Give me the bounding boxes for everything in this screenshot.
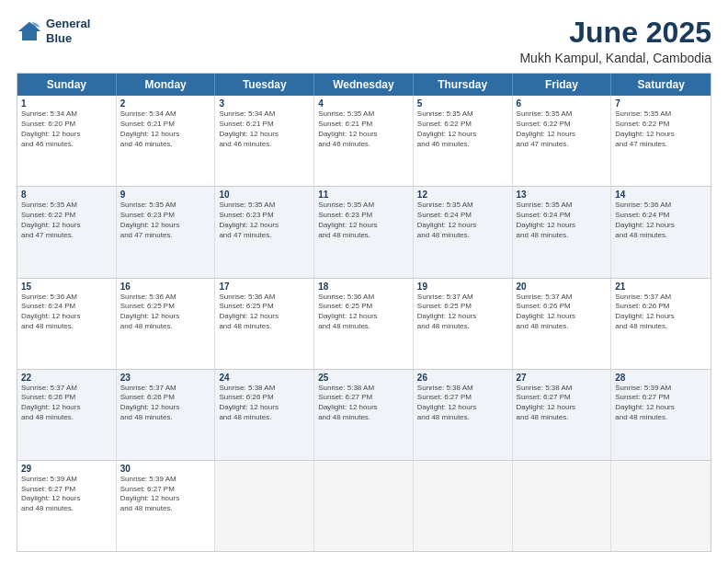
header-day-thursday: Thursday: [414, 74, 513, 96]
day-info: Sunrise: 5:38 AM Sunset: 6:27 PM Dayligh…: [417, 384, 508, 423]
cal-cell-5: 5Sunrise: 5:35 AM Sunset: 6:22 PM Daylig…: [414, 96, 513, 186]
calendar: SundayMondayTuesdayWednesdayThursdayFrid…: [17, 73, 711, 552]
title-block: June 2025 Mukh Kampul, Kandal, Cambodia: [519, 17, 711, 65]
day-info: Sunrise: 5:35 AM Sunset: 6:21 PM Dayligh…: [318, 109, 409, 149]
day-info: Sunrise: 5:37 AM Sunset: 6:26 PM Dayligh…: [615, 293, 707, 332]
page: General Blue June 2025 Mukh Kampul, Kand…: [0, 0, 728, 563]
day-info: Sunrise: 5:38 AM Sunset: 6:27 PM Dayligh…: [318, 384, 409, 423]
cal-cell-13: 13Sunrise: 5:35 AM Sunset: 6:24 PM Dayli…: [513, 187, 612, 277]
logo-line1: General: [46, 17, 90, 30]
cal-cell-11: 11Sunrise: 5:35 AM Sunset: 6:23 PM Dayli…: [314, 187, 414, 277]
logo-line2: Blue: [46, 31, 72, 45]
day-number: 15: [21, 282, 112, 292]
day-number: 7: [615, 98, 707, 109]
day-info: Sunrise: 5:35 AM Sunset: 6:24 PM Dayligh…: [417, 201, 508, 240]
day-number: 14: [615, 190, 707, 200]
day-number: 6: [517, 98, 608, 109]
day-number: 30: [120, 464, 211, 474]
day-number: 9: [120, 190, 211, 200]
logo: General Blue: [17, 17, 90, 45]
day-number: 1: [21, 98, 112, 109]
cal-cell-7: 7Sunrise: 5:35 AM Sunset: 6:22 PM Daylig…: [611, 96, 711, 186]
cal-cell-26: 26Sunrise: 5:38 AM Sunset: 6:27 PM Dayli…: [414, 370, 513, 460]
day-info: Sunrise: 5:35 AM Sunset: 6:23 PM Dayligh…: [120, 201, 211, 240]
day-number: 20: [517, 282, 608, 292]
cal-row-3: 22Sunrise: 5:37 AM Sunset: 6:26 PM Dayli…: [17, 370, 711, 461]
day-number: 16: [120, 282, 211, 292]
cal-row-1: 8Sunrise: 5:35 AM Sunset: 6:22 PM Daylig…: [17, 187, 711, 278]
day-number: 28: [615, 373, 707, 383]
day-number: 29: [21, 464, 112, 474]
main-title: June 2025: [519, 17, 711, 49]
day-info: Sunrise: 5:38 AM Sunset: 6:26 PM Dayligh…: [219, 384, 310, 423]
day-number: 26: [417, 373, 508, 383]
day-number: 11: [318, 190, 409, 200]
day-number: 17: [219, 282, 310, 292]
cal-cell-empty: [314, 461, 414, 551]
cal-cell-15: 15Sunrise: 5:36 AM Sunset: 6:24 PM Dayli…: [17, 279, 117, 369]
cal-cell-empty: [215, 461, 314, 551]
cal-cell-12: 12Sunrise: 5:35 AM Sunset: 6:24 PM Dayli…: [414, 187, 513, 277]
cal-cell-8: 8Sunrise: 5:35 AM Sunset: 6:22 PM Daylig…: [17, 187, 117, 277]
day-info: Sunrise: 5:35 AM Sunset: 6:22 PM Dayligh…: [615, 109, 707, 149]
cal-row-2: 15Sunrise: 5:36 AM Sunset: 6:24 PM Dayli…: [17, 279, 711, 370]
cal-cell-20: 20Sunrise: 5:37 AM Sunset: 6:26 PM Dayli…: [513, 279, 612, 369]
cal-cell-27: 27Sunrise: 5:38 AM Sunset: 6:27 PM Dayli…: [513, 370, 612, 460]
cal-cell-23: 23Sunrise: 5:37 AM Sunset: 6:26 PM Dayli…: [117, 370, 216, 460]
cal-cell-19: 19Sunrise: 5:37 AM Sunset: 6:25 PM Dayli…: [414, 279, 513, 369]
cal-cell-2: 2Sunrise: 5:34 AM Sunset: 6:21 PM Daylig…: [117, 96, 216, 186]
cal-cell-28: 28Sunrise: 5:39 AM Sunset: 6:27 PM Dayli…: [611, 370, 711, 460]
cal-cell-6: 6Sunrise: 5:35 AM Sunset: 6:22 PM Daylig…: [513, 96, 612, 186]
cal-cell-4: 4Sunrise: 5:35 AM Sunset: 6:21 PM Daylig…: [314, 96, 414, 186]
day-info: Sunrise: 5:39 AM Sunset: 6:27 PM Dayligh…: [120, 475, 211, 514]
day-number: 12: [417, 190, 508, 200]
day-number: 23: [120, 373, 211, 383]
day-info: Sunrise: 5:36 AM Sunset: 6:24 PM Dayligh…: [615, 201, 707, 240]
calendar-header: SundayMondayTuesdayWednesdayThursdayFrid…: [17, 74, 711, 96]
calendar-body: 1Sunrise: 5:34 AM Sunset: 6:20 PM Daylig…: [17, 96, 711, 551]
day-number: 2: [120, 98, 211, 109]
day-number: 24: [219, 373, 310, 383]
cal-cell-empty: [414, 461, 513, 551]
day-number: 10: [219, 190, 310, 200]
day-info: Sunrise: 5:36 AM Sunset: 6:24 PM Dayligh…: [21, 293, 112, 332]
header-day-tuesday: Tuesday: [215, 74, 314, 96]
day-info: Sunrise: 5:37 AM Sunset: 6:26 PM Dayligh…: [21, 384, 112, 423]
header-day-wednesday: Wednesday: [314, 74, 414, 96]
cal-cell-25: 25Sunrise: 5:38 AM Sunset: 6:27 PM Dayli…: [314, 370, 414, 460]
day-info: Sunrise: 5:34 AM Sunset: 6:21 PM Dayligh…: [120, 109, 211, 149]
cal-cell-empty: [611, 461, 711, 551]
day-info: Sunrise: 5:37 AM Sunset: 6:26 PM Dayligh…: [120, 384, 211, 423]
header-day-monday: Monday: [117, 74, 216, 96]
cal-cell-18: 18Sunrise: 5:36 AM Sunset: 6:25 PM Dayli…: [314, 279, 414, 369]
cal-cell-22: 22Sunrise: 5:37 AM Sunset: 6:26 PM Dayli…: [17, 370, 117, 460]
logo-text: General Blue: [46, 17, 90, 45]
day-number: 21: [615, 282, 707, 292]
day-number: 27: [517, 373, 608, 383]
day-info: Sunrise: 5:37 AM Sunset: 6:25 PM Dayligh…: [417, 293, 508, 332]
cal-cell-21: 21Sunrise: 5:37 AM Sunset: 6:26 PM Dayli…: [611, 279, 711, 369]
cal-cell-1: 1Sunrise: 5:34 AM Sunset: 6:20 PM Daylig…: [17, 96, 117, 186]
cal-cell-14: 14Sunrise: 5:36 AM Sunset: 6:24 PM Dayli…: [611, 187, 711, 277]
cal-row-4: 29Sunrise: 5:39 AM Sunset: 6:27 PM Dayli…: [17, 461, 711, 551]
day-info: Sunrise: 5:34 AM Sunset: 6:21 PM Dayligh…: [219, 109, 310, 149]
day-info: Sunrise: 5:38 AM Sunset: 6:27 PM Dayligh…: [517, 384, 608, 423]
day-number: 3: [219, 98, 310, 109]
day-info: Sunrise: 5:35 AM Sunset: 6:22 PM Dayligh…: [517, 109, 608, 149]
day-number: 8: [21, 190, 112, 200]
day-info: Sunrise: 5:36 AM Sunset: 6:25 PM Dayligh…: [120, 293, 211, 332]
header-day-sunday: Sunday: [17, 74, 117, 96]
day-info: Sunrise: 5:36 AM Sunset: 6:25 PM Dayligh…: [318, 293, 409, 332]
day-number: 22: [21, 373, 112, 383]
day-info: Sunrise: 5:36 AM Sunset: 6:25 PM Dayligh…: [219, 293, 310, 332]
day-number: 13: [517, 190, 608, 200]
header-day-saturday: Saturday: [611, 74, 711, 96]
logo-icon: [17, 18, 42, 44]
cal-cell-29: 29Sunrise: 5:39 AM Sunset: 6:27 PM Dayli…: [17, 461, 117, 551]
cal-cell-16: 16Sunrise: 5:36 AM Sunset: 6:25 PM Dayli…: [117, 279, 216, 369]
day-info: Sunrise: 5:34 AM Sunset: 6:20 PM Dayligh…: [21, 109, 112, 149]
day-info: Sunrise: 5:39 AM Sunset: 6:27 PM Dayligh…: [615, 384, 707, 423]
cal-cell-30: 30Sunrise: 5:39 AM Sunset: 6:27 PM Dayli…: [117, 461, 216, 551]
cal-cell-9: 9Sunrise: 5:35 AM Sunset: 6:23 PM Daylig…: [117, 187, 216, 277]
day-info: Sunrise: 5:35 AM Sunset: 6:24 PM Dayligh…: [517, 201, 608, 240]
